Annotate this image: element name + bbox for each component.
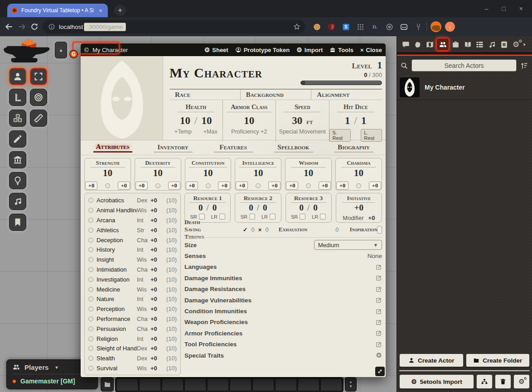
foundry-logo[interactable] [3, 38, 53, 66]
save-modifier[interactable]: +0 [85, 182, 97, 190]
skill-proficiency-pip[interactable] [88, 238, 93, 243]
create-folder-button[interactable]: Create Folder [466, 354, 530, 367]
macro-slot[interactable] [230, 378, 251, 391]
skill-proficiency-pip[interactable] [88, 306, 93, 311]
skill-proficiency-pip[interactable] [88, 228, 93, 233]
ability-score[interactable]: 10 [354, 167, 363, 178]
edit-icon[interactable] [376, 275, 382, 281]
skill-row[interactable]: IntimidationCha+0(10) [88, 265, 177, 275]
tab-biography[interactable]: Biography [334, 143, 373, 153]
bookmark-star-icon[interactable] [293, 23, 301, 31]
rest-button[interactable]: L. Rest [361, 129, 382, 142]
target-tool[interactable] [30, 89, 47, 106]
sidebar-tab-journal[interactable] [462, 38, 474, 51]
sidebar-tab-compendium[interactable] [498, 38, 510, 51]
inspiration-checkbox[interactable] [377, 226, 382, 234]
skill-row[interactable]: DeceptionCha+0(10) [88, 235, 177, 245]
lr-checkbox[interactable] [270, 214, 276, 220]
skill-row[interactable]: ReligionInt+0(10) [88, 334, 177, 344]
ruler-tool[interactable] [30, 110, 47, 127]
skill-row[interactable]: AcrobaticsDex+0(10) [88, 196, 177, 206]
drawings-tool[interactable] [9, 130, 26, 148]
field-alignment[interactable]: Alignment [311, 90, 382, 100]
lr-checkbox[interactable] [320, 214, 326, 220]
death-success-count[interactable]: 0 [251, 226, 255, 233]
skill-proficiency-pip[interactable] [88, 218, 93, 223]
extension-container-dots-icon[interactable] [400, 23, 408, 31]
size-select[interactable]: Medium▼ [314, 240, 382, 250]
skill-proficiency-pip[interactable] [88, 346, 93, 351]
save-modifier[interactable]: +0 [135, 182, 148, 190]
macro-slot[interactable] [162, 378, 184, 391]
players-header[interactable]: Players ▾ [12, 363, 92, 371]
initiative[interactable]: Initiative+0Modifier+0 [336, 193, 382, 223]
notes-tool[interactable] [9, 214, 26, 231]
tab-features[interactable]: Features [214, 143, 253, 153]
skill-proficiency-pip[interactable] [88, 257, 93, 262]
browser-update-icon[interactable]: ↑ [445, 22, 455, 32]
macro-slot[interactable] [252, 378, 274, 391]
skill-row[interactable]: AthleticsStr+0(10) [88, 225, 177, 235]
skill-row[interactable]: InvestigationInt+0(10) [88, 274, 177, 284]
tab-spellbook[interactable]: Spellbook [274, 143, 313, 153]
address-bar[interactable]: localhost :30000/game [43, 20, 305, 33]
ability-modifier[interactable]: +0 [118, 182, 130, 190]
macro-slot[interactable] [184, 378, 206, 391]
character-portrait[interactable] [81, 56, 163, 140]
sidebar-tab-settings[interactable]: ⚙⚙ [510, 38, 522, 51]
skill-proficiency-pip[interactable] [88, 296, 93, 301]
macro-slot[interactable] [116, 378, 138, 391]
edit-icon[interactable] [376, 297, 382, 303]
ability-modifier[interactable]: +0 [168, 182, 180, 190]
token-tool[interactable] [9, 68, 26, 85]
sidebar-tab-combat[interactable] [412, 38, 424, 51]
ability-intelligence[interactable]: Intelligence10+0+0 [235, 158, 281, 191]
ability-modifier[interactable]: +0 [369, 182, 381, 190]
player-row[interactable]: Gamemaster [GM] [12, 378, 92, 385]
browser-tab[interactable]: Foundry Virtual Tabletop • A Stan × [7, 4, 108, 17]
ability-constitution[interactable]: Constitution10+0+0 [185, 158, 232, 191]
ability-strength[interactable]: Strength10+0+0 [84, 158, 131, 191]
macro-slot[interactable] [139, 378, 161, 391]
stat-armor-class[interactable]: Armor Class10Proficiency +2 [222, 100, 276, 142]
character-name[interactable]: My Character [169, 66, 300, 80]
extension-fork-icon[interactable] [414, 23, 423, 31]
proficiency-pip[interactable] [356, 183, 361, 188]
stat-health[interactable]: Health10/10+Temp+Max [169, 100, 222, 142]
ability-charisma[interactable]: Charisma10+0+0 [335, 158, 382, 191]
skill-row[interactable]: InsightWis+0(10) [88, 255, 177, 265]
save-modifier[interactable]: +0 [236, 182, 248, 190]
actor-list-item[interactable]: My Character [397, 75, 532, 100]
ability-score[interactable]: 10 [253, 167, 263, 178]
skill-row[interactable]: PerceptionWis+0(10) [88, 304, 177, 314]
death-fail-icon[interactable]: × [258, 226, 262, 233]
window-header[interactable]: © My Character ⚙Sheet Prototype Token ⚙I… [81, 43, 386, 56]
skill-proficiency-pip[interactable] [88, 366, 93, 371]
rest-button[interactable]: S. Rest [329, 129, 351, 142]
stat-hit-dice[interactable]: Hit Dice1/1S. RestL. Rest [329, 100, 382, 142]
ability-score[interactable]: 10 [203, 167, 213, 178]
edit-icon[interactable] [376, 286, 382, 292]
sidebar-tab-playlists[interactable] [486, 38, 498, 51]
site-info-icon[interactable] [48, 23, 55, 30]
field-background[interactable]: Background [240, 90, 311, 100]
prototype-token-button[interactable]: Prototype Token [235, 47, 290, 53]
proficiency-pip[interactable] [256, 183, 261, 188]
ability-score[interactable]: 10 [103, 167, 112, 178]
skill-proficiency-pip[interactable] [88, 208, 93, 213]
edit-icon[interactable] [376, 308, 382, 315]
skill-proficiency-pip[interactable] [88, 247, 93, 252]
skill-row[interactable]: HistoryInt+0(10) [88, 245, 177, 255]
folder-tree-button[interactable] [476, 374, 493, 389]
proficiency-pip[interactable] [306, 183, 311, 188]
extension-grid-icon[interactable] [356, 23, 365, 31]
tab-inventory[interactable]: Inventory [154, 143, 193, 153]
profile-avatar[interactable] [430, 21, 441, 32]
back-button[interactable] [5, 22, 14, 31]
sidebar-tab-scenes[interactable] [424, 38, 436, 51]
search-input[interactable] [411, 59, 517, 72]
sidebar-tab-items[interactable] [450, 38, 462, 51]
macro-folder-button[interactable] [101, 377, 114, 392]
select-targets-tool[interactable] [30, 68, 47, 85]
skill-proficiency-pip[interactable] [88, 287, 93, 292]
